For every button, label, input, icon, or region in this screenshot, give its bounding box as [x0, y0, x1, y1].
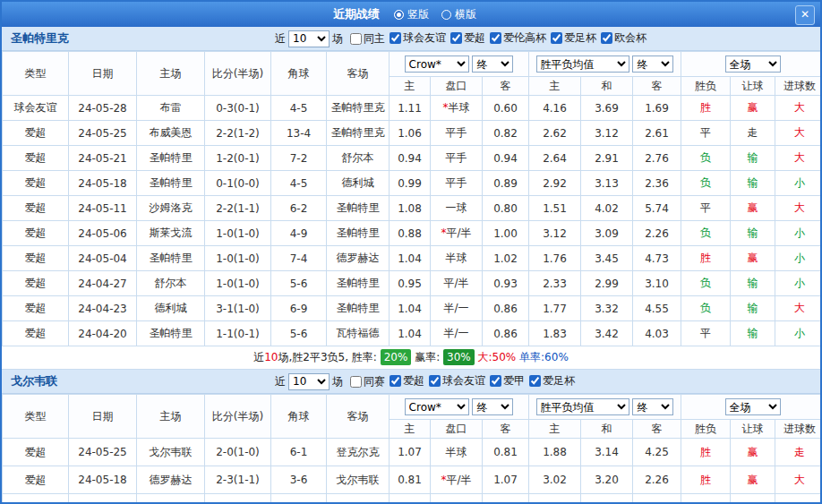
result-handicap: 走 [731, 121, 775, 146]
avg-draw: 3.69 [581, 96, 633, 121]
league-checkbox[interactable] [490, 32, 501, 44]
odds-home: 1.11 [390, 96, 431, 121]
match-date: 24-05-11 [69, 196, 137, 221]
avg-draw: 3.12 [581, 121, 633, 146]
odds-company-select[interactable]: Crow* [405, 398, 469, 415]
games-label: 场 [332, 31, 343, 47]
league-checkbox[interactable] [390, 32, 401, 44]
score: 0-1(0-0) [205, 171, 271, 196]
match-row: 球会友谊24-05-28布雷0-3(0-1)4-5圣帕特里克1.11*半球0.6… [3, 96, 822, 121]
subcol-handicap: 盘口 [431, 77, 483, 96]
avg-away: 4.73 [633, 246, 681, 271]
league-checkbox[interactable] [601, 32, 612, 44]
corner-score: 6-1 [271, 439, 327, 466]
odds-away: 1.02 [483, 246, 529, 271]
score: 1-2(0-1) [205, 146, 271, 171]
summary-part: 10 [264, 351, 278, 363]
scope-select[interactable]: 全场 [725, 56, 781, 73]
result-wdl: 平 [681, 121, 731, 146]
result-goals: 小 [775, 171, 822, 196]
league-badge: 爱超 [3, 321, 69, 346]
scope-select[interactable]: 全场 [725, 398, 781, 415]
col-home: 主场 [137, 395, 205, 439]
radio-unselected-icon [441, 10, 451, 20]
league-badge: 爱超 [3, 296, 69, 321]
avg-stage-select[interactable]: 终 [632, 398, 673, 415]
result-wdl: 胜 [681, 466, 731, 494]
league-filter[interactable]: 爱甲 [490, 373, 525, 389]
col-type: 类型 [3, 52, 69, 96]
league-label: 爱足杯 [564, 30, 596, 46]
corner-score: 4-9 [271, 221, 327, 246]
avg-home: 1.85 [529, 494, 581, 504]
result-goals: 大 [775, 146, 822, 171]
avg-home: 1.51 [529, 196, 581, 221]
subcol-odds-home: 主 [390, 420, 431, 439]
match-row: 爱超24-05-11沙姆洛克2-2(1-1)6-2圣帕特里1.08一球0.801… [3, 196, 822, 221]
league-badge: 爱超 [3, 171, 69, 196]
league-filter[interactable]: 爱足杯 [551, 30, 596, 46]
league-filter[interactable]: 爱伦高杯 [490, 30, 546, 46]
league-filter[interactable]: 球会友谊 [429, 373, 485, 389]
result-wdl: 负 [681, 171, 731, 196]
league-checkbox[interactable] [429, 375, 441, 387]
same-checkbox[interactable] [350, 33, 362, 45]
layout-horizontal-radio[interactable]: 横版 [441, 7, 476, 22]
avg-group-header: 胜平负均值 终 [529, 395, 681, 420]
layout-vertical-radio[interactable]: 竖版 [394, 7, 429, 22]
col-type: 类型 [3, 395, 69, 439]
home-team: 德罗赫达 [137, 466, 205, 494]
odds-stage-select[interactable]: 终 [472, 398, 513, 415]
league-badge: 爱超 [3, 196, 69, 221]
league-checkbox[interactable] [529, 375, 541, 387]
league-filter[interactable]: 欧会杯 [601, 30, 646, 46]
subcol-avg-draw: 和 [581, 77, 633, 96]
league-filter[interactable]: 球会友谊 [390, 30, 446, 46]
avg-type-select[interactable]: 胜平负均值 [536, 398, 629, 415]
close-icon[interactable]: ✕ [795, 5, 815, 25]
near-label: 近 [275, 374, 286, 389]
score: 1-0(1-0) [205, 246, 271, 271]
subcol-result-wdl: 胜负 [681, 77, 731, 96]
league-checkbox[interactable] [551, 32, 562, 44]
match-date: 24-05-18 [69, 171, 137, 196]
league-checkbox[interactable] [490, 375, 501, 387]
same-host-filter[interactable]: 同主 [350, 31, 385, 47]
result-handicap: 输 [731, 321, 775, 346]
avg-type-select[interactable]: 胜平负均值 [536, 56, 629, 73]
result-handicap: 输 [731, 271, 775, 296]
match-count-select[interactable]: 10 [288, 30, 330, 47]
team-name: 圣帕特里克 [2, 30, 272, 47]
result-wdl: 平 [681, 196, 731, 221]
away-team: 瓦特福德 [327, 321, 390, 346]
team-bar: 戈尔韦联 近 10 场 同赛 爱超球会友谊爱甲爱足杯 [2, 370, 820, 394]
corner-score: 7-2 [271, 146, 327, 171]
score: 3-1(1-0) [205, 296, 271, 321]
odds-away: 0.60 [483, 96, 529, 121]
odds-home: 1.04 [390, 321, 431, 346]
result-wdl: 负 [681, 221, 731, 246]
avg-away: 5.74 [633, 196, 681, 221]
avg-stage-select[interactable]: 终 [632, 56, 673, 73]
league-filter[interactable]: 爱超 [390, 373, 424, 389]
same-checkbox[interactable] [350, 376, 362, 388]
score: 1-1(0-1) [205, 321, 271, 346]
match-count-select[interactable]: 10 [288, 373, 330, 390]
league-badge: 爱超 [3, 494, 69, 504]
avg-draw: 3.07 [581, 494, 633, 504]
results-body: 爱超24-05-25戈尔韦联2-0(1-0)6-1登克尔克1.07半球0.811… [3, 439, 822, 504]
avg-home: 4.16 [529, 96, 581, 121]
league-filter[interactable]: 爱超 [450, 30, 485, 46]
league-label: 球会友谊 [442, 373, 485, 389]
match-row: 爱超24-05-25戈尔韦联2-0(1-0)6-1登克尔克1.07半球0.811… [3, 439, 822, 466]
col-score: 比分(半场) [205, 395, 271, 439]
home-team: 圣帕特里 [137, 321, 205, 346]
odds-company-select[interactable]: Crow* [405, 56, 469, 73]
odds-stage-select[interactable]: 终 [472, 56, 513, 73]
result-goals: 小 [775, 221, 822, 246]
league-checkbox[interactable] [450, 32, 462, 44]
league-checkbox[interactable] [390, 375, 401, 387]
league-filter[interactable]: 爱足杯 [529, 373, 575, 389]
same-league-filter[interactable]: 同赛 [350, 374, 385, 389]
league-badge: 爱超 [3, 271, 69, 296]
